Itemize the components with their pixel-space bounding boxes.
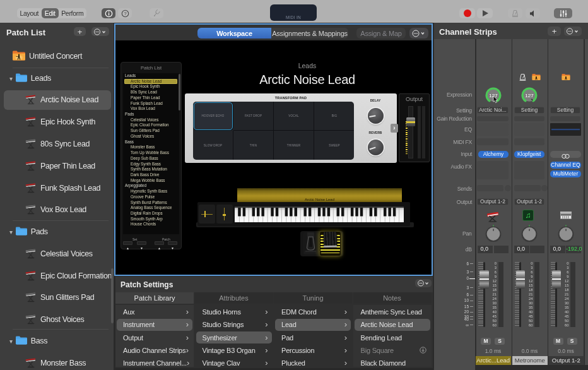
svg-text:127: 127 [525, 93, 534, 98]
svg-text:?: ? [124, 11, 126, 16]
